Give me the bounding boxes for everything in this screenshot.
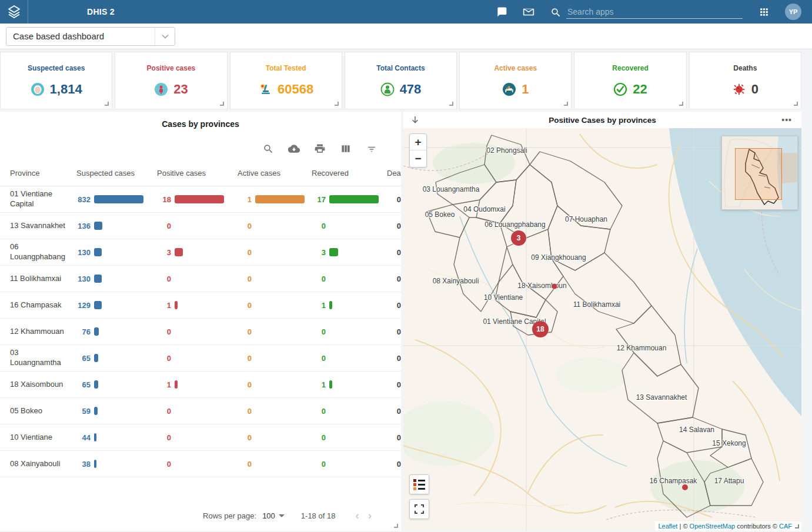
deaths-cell: 0	[387, 380, 401, 389]
zoom-out-button[interactable]: −	[410, 150, 426, 167]
minimap-viewport-rect[interactable]	[735, 148, 782, 200]
positive-cell: 3	[157, 248, 238, 257]
rows-per-page-select[interactable]: 100	[262, 511, 285, 520]
card-deaths[interactable]: Deaths	[689, 52, 801, 109]
fullscreen-button[interactable]	[409, 499, 429, 519]
columns-icon[interactable]	[340, 143, 352, 155]
user-avatar[interactable]: YP	[785, 4, 801, 20]
zoom-in-button[interactable]: +	[410, 134, 426, 150]
map-panel-header: Positive Cases by provinces •••	[403, 112, 801, 128]
card-positive-cases[interactable]: Positive cases 23	[115, 52, 227, 109]
resize-handle[interactable]	[220, 102, 224, 106]
active-cell: 0	[238, 248, 312, 257]
search-apps-input[interactable]	[566, 5, 743, 19]
leaflet-link[interactable]: Leaflet	[658, 523, 677, 530]
table-row[interactable]: 12 Khammouan760000	[0, 319, 401, 345]
table-row[interactable]: 01 Vientiane Capital832181170	[0, 186, 401, 213]
resize-handle[interactable]	[449, 102, 453, 106]
map-more-options-icon[interactable]: •••	[781, 115, 801, 125]
dhis2-logo[interactable]	[0, 0, 28, 24]
deaths-cell: 0	[387, 354, 401, 363]
active-cell: 0	[238, 460, 312, 469]
map-download-icon[interactable]	[403, 115, 427, 125]
carto-link[interactable]: CAF	[779, 523, 792, 530]
filter-icon[interactable]	[366, 143, 377, 155]
overview-minimap[interactable]	[721, 136, 798, 210]
province-label: 03 Louangnamtha	[423, 185, 480, 193]
province-label: 09 Xiangkhouang	[531, 253, 586, 262]
recovered-bar	[329, 248, 338, 256]
print-icon[interactable]	[314, 143, 326, 155]
active-cell: 0	[238, 354, 312, 363]
card-value: 478	[400, 82, 422, 97]
suspected-cell: 136	[76, 222, 157, 230]
col-header-recovered[interactable]: Recovered	[312, 169, 387, 178]
next-page-button[interactable]: ›	[365, 510, 375, 521]
leaflet-map[interactable]: 02 Phongsali03 Louangnamtha04 Oudomxai05…	[403, 128, 801, 531]
table-row[interactable]: 10 Vientiane440000	[0, 424, 401, 451]
suspected-cell: 130	[76, 275, 157, 283]
microscope-icon	[258, 82, 272, 96]
col-header-suspected[interactable]: Suspected cases	[76, 169, 157, 178]
search-icon[interactable]	[550, 7, 562, 19]
dashboard-select[interactable]: Case based dashboard	[6, 27, 175, 46]
caret-down-icon	[279, 514, 285, 517]
download-icon[interactable]	[288, 143, 300, 155]
mail-icon[interactable]	[523, 6, 534, 18]
resize-handle[interactable]	[795, 524, 799, 528]
province-label: 13 Savannakhet	[636, 393, 687, 401]
virus-icon	[732, 82, 746, 96]
recovered-cell: 0	[312, 407, 387, 416]
legend-icon	[413, 479, 426, 490]
province-label: 10 Vientiane	[484, 293, 523, 302]
card-value: 1,814	[50, 82, 82, 97]
card-active-cases[interactable]: Active cases 1	[459, 52, 572, 109]
prev-page-button[interactable]: ‹	[352, 510, 362, 521]
positive-cases-map-panel: Positive Cases by provinces •••	[403, 112, 801, 531]
table-row[interactable]: 05 Bokeo590000	[0, 398, 401, 424]
apps-grid-icon[interactable]	[758, 6, 770, 18]
case-count-marker[interactable]: 18	[532, 321, 549, 337]
table-row[interactable]: 16 Champasak1291010	[0, 292, 401, 319]
suspected-bar	[94, 460, 96, 468]
card-total-tested[interactable]: Total Tested 60568	[230, 52, 342, 109]
map-title: Positive Cases by provinces	[403, 116, 801, 125]
province-label: 04 Oudomxai	[463, 205, 505, 213]
case-dot-marker[interactable]	[682, 484, 688, 490]
case-dot-marker[interactable]	[552, 284, 557, 289]
table-row[interactable]: 03 Louangnamtha650000	[0, 345, 401, 372]
resize-handle[interactable]	[335, 102, 339, 106]
suspected-cell: 832	[76, 195, 157, 204]
card-total-contacts[interactable]: Total Contacts 478	[345, 52, 457, 109]
col-header-province[interactable]: Province	[10, 169, 76, 178]
col-header-active[interactable]: Active cases	[238, 169, 312, 178]
deaths-cell: 0	[387, 222, 401, 230]
province-cell: 05 Bokeo	[10, 406, 76, 416]
resize-handle[interactable]	[679, 102, 683, 106]
card-suspected-cases[interactable]: Suspected cases 1,814	[0, 52, 112, 109]
table-row[interactable]: 06 Louangphabang1303030	[0, 239, 401, 266]
zoom-control: + −	[409, 133, 427, 168]
app-title: DHIS 2	[87, 7, 115, 16]
table-row[interactable]: 08 Xainyabouli380000	[0, 451, 401, 477]
card-label: Positive cases	[147, 64, 196, 72]
province-cell: 13 Savannakhet	[10, 221, 76, 231]
osm-link[interactable]: OpenStreetMap	[690, 523, 736, 530]
resize-handle[interactable]	[394, 524, 398, 528]
legend-button[interactable]	[409, 474, 429, 494]
table-row[interactable]: 13 Savannakhet1360000	[0, 213, 401, 239]
table-row[interactable]: 11 Bolikhamxai1300000	[0, 266, 401, 292]
messages-icon[interactable]	[496, 6, 507, 18]
col-header-deaths[interactable]: Deaths	[387, 169, 401, 178]
table-row[interactable]: 18 Xaisomboun651010	[0, 372, 401, 398]
card-recovered[interactable]: Recovered 22	[574, 52, 686, 109]
resize-handle[interactable]	[564, 102, 568, 106]
case-count-marker[interactable]: 3	[511, 230, 526, 246]
province-label: 12 Khammouan	[617, 344, 667, 352]
active-cell: 0	[238, 433, 312, 442]
col-header-positive[interactable]: Positive cases	[157, 169, 238, 178]
table-toolbar	[0, 129, 401, 160]
resize-handle[interactable]	[105, 102, 109, 106]
table-search-icon[interactable]	[262, 143, 274, 155]
resize-handle[interactable]	[794, 102, 798, 106]
